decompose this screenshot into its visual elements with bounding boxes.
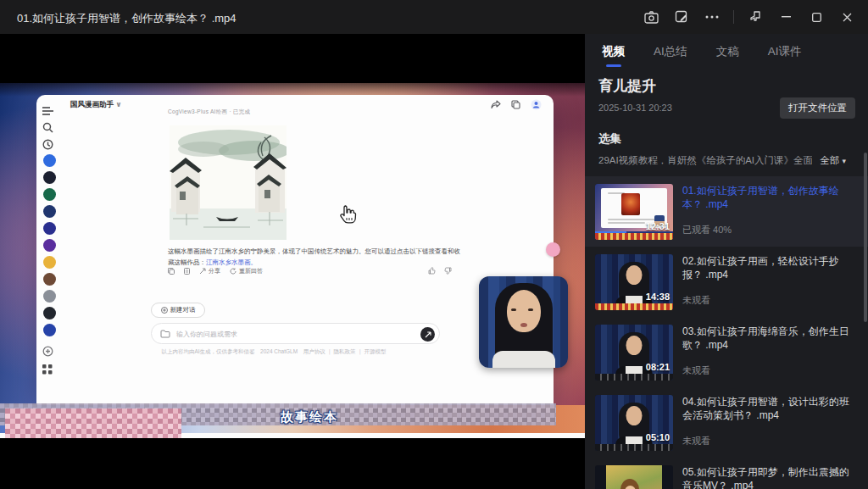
recorded-app-sidebar [36,95,62,405]
scrollbar[interactable] [864,34,867,489]
sidebar-tabs: 视频 AI总结 文稿 AI课件 [602,44,802,67]
duration-badge: 05:10 [646,432,670,442]
screenshot-icon[interactable] [638,4,664,30]
tab-transcript[interactable]: 文稿 [716,44,739,67]
floating-assistant-button [546,242,560,257]
agent-avatar [43,324,56,336]
agent-avatar [43,154,56,167]
close-icon[interactable] [834,4,860,30]
agent-avatar [43,256,56,269]
caption-strip [595,374,673,381]
copy-icon [511,100,520,109]
new-chat-button: 新建对话 [151,303,205,318]
chevron-down-icon: ∨ [115,100,121,108]
video-thumbnail [595,465,673,489]
video-thumbnail: 08:21 [595,325,673,381]
video-player-surface[interactable]: 国风漫画助手 ∨ CogView3-Plus AI绘画 · 已完成 [0,34,585,489]
playlist: 12:31 01.如何让孩子用智谱，创作故事绘本？ .mp4 已观看 40% 1… [585,176,868,489]
presenter-shirt [492,351,555,368]
minimize-icon[interactable] [773,4,798,30]
playlist-item-2[interactable]: 14:38 02.如何让孩子用画，轻松设计手抄报？ .mp4 未观看 [585,247,868,317]
playlist-item-title: 03.如何让孩子用海绵音乐，创作生日歌？ .mp4 [682,325,857,352]
open-file-location-button[interactable]: 打开文件位置 [780,97,855,119]
playlist-item-title: 04.如何让孩子用智谱，设计出彩的班会活动策划书？ .mp4 [682,395,857,422]
assistant-name: 国风漫画助手 ∨ [70,100,121,110]
input-placeholder: 输入你的问题或需求 [176,330,237,339]
promo-strip [595,303,673,310]
chat-input: 输入你的问题或需求 [151,323,440,344]
tab-video[interactable]: 视频 [602,44,625,67]
presenter-eye [528,308,533,311]
playlist-item-title: 05.如何让孩子用即梦，制作出震撼的音乐MV？ .mp4 [682,465,857,489]
ai-disclaimer: 以上内容均由AI生成，仅供参考和借鉴 2024 ChatGLM 用户协议 ｜ 隐… [79,348,469,356]
agent-avatar [43,205,56,218]
titlebar-divider [733,10,734,24]
playlist-item-5[interactable]: 05.如何让孩子用即梦，制作出震撼的音乐MV？ .mp4 [585,458,868,489]
playlist-item-title: 01.如何让孩子用智谱，创作故事绘本？ .mp4 [682,184,857,211]
thumbs-up-icon [428,267,436,275]
duration-badge: 14:38 [646,292,670,302]
video-date: 2025-10-31 20:23 [598,103,672,113]
playlist-item-title: 02.如何让孩子用画，轻松设计手抄报？ .mp4 [682,254,857,281]
regenerate-button: 重新回答 [230,267,263,275]
maximize-icon[interactable] [804,4,829,30]
agent-avatar [43,239,56,252]
video-thumbnail: 12:31 [595,184,673,240]
artwork-link: 江南水乡水墨画。 [206,258,257,266]
attach-folder-icon [160,330,170,338]
scrollbar-thumb[interactable] [864,153,867,322]
doc-icon [184,268,190,275]
chevron-down-icon: ▾ [842,157,846,165]
playlist-header: 选集 [598,131,621,147]
window-title: 01.如何让孩子用智谱，创作故事绘本？ .mp4 [17,11,236,26]
filter-all-dropdown[interactable]: 全部 ▾ [820,154,846,167]
collection-title: 育儿提升 [598,76,656,96]
agent-avatar [43,188,56,201]
video-thumbnail: 14:38 [595,254,673,310]
notes-icon[interactable] [669,4,694,30]
share-message-button: 分享 [199,267,220,275]
recorded-app-window: 国风漫画助手 ∨ CogView3-Plus AI绘画 · 已完成 [36,95,554,405]
more-icon[interactable] [699,4,725,30]
watch-status: 已观看 40% [682,224,732,236]
censored-mosaic-pink [5,408,181,438]
playlist-item-1[interactable]: 12:31 01.如何让孩子用智谱，创作故事绘本？ .mp4 已观看 40% [585,176,868,247]
playlist-item-4[interactable]: 05:10 04.如何让孩子用智谱，设计出彩的班会活动策划书？ .mp4 未观看 [585,387,868,458]
thumbs-down-icon [444,267,452,275]
copy-message-icon [168,268,175,275]
promo-strip [595,233,673,240]
watch-status: 未观看 [682,435,710,447]
presenter-webcam [479,276,568,368]
apps-grid-icon [42,364,53,375]
playlist-item-3[interactable]: 08:21 03.如何让孩子用海绵音乐，创作生日歌？ .mp4 未观看 [585,317,868,387]
titlebar: 01.如何让孩子用智谱，创作故事绘本？ .mp4 [0,0,868,34]
caption-strip [595,444,673,451]
menu-icon [42,107,53,116]
presenter-eye [511,308,516,311]
presenter-mouth [520,323,527,327]
pin-icon[interactable] [743,4,768,30]
watch-status: 未观看 [682,364,710,377]
message-model-line: CogView3-Plus AI绘画 · 已完成 [168,108,250,116]
agent-avatar [43,290,56,303]
send-icon [420,327,435,342]
share-icon [491,100,501,109]
subtitle-caption: 故事绘本 [250,409,369,425]
message-text: 这幅水墨画描绘了江南水乡的宁静美景，体现了中国传统艺术的魅力。您可以通过点击以下… [168,246,465,268]
info-sidebar: 视频 AI总结 文稿 AI课件 育儿提升 2025-10-31 20:23 打开… [585,34,868,489]
series-title: 29AI视频教程，肖妍然《给孩子的AI入门课》全面启蒙 [598,154,812,167]
generated-ink-painting [170,125,287,240]
tab-ai-summary[interactable]: AI总结 [654,44,687,67]
watch-status: 未观看 [682,294,710,307]
player-window: 01.如何让孩子用智谱，创作故事绘本？ .mp4 [0,0,868,489]
tab-ai-courseware[interactable]: AI课件 [768,44,802,67]
video-frame: 国风漫画助手 ∨ CogView3-Plus AI绘画 · 已完成 [0,83,585,438]
user-avatar-icon [531,99,542,110]
duration-badge: 08:21 [646,362,670,372]
add-circle-icon [42,346,53,357]
agent-avatar [43,273,56,286]
hand-cursor-icon [337,203,358,225]
duration-badge: 12:31 [646,221,670,231]
agent-avatar [43,171,56,184]
agent-avatar [43,307,56,320]
